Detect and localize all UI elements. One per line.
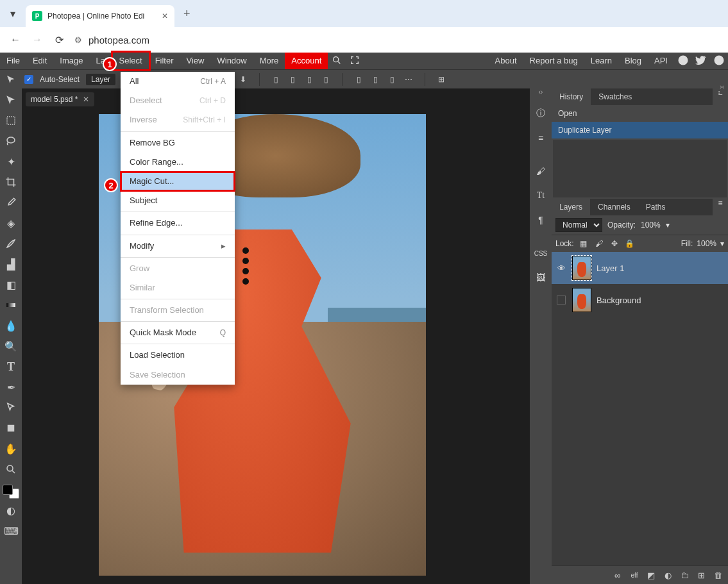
menu-filter[interactable]: Filter	[149, 53, 180, 69]
pen-tool[interactable]: ✒	[2, 378, 20, 396]
path-select-tool[interactable]	[2, 399, 20, 417]
menu-window[interactable]: Window	[210, 53, 253, 69]
history-item-duplicate[interactable]: Duplicate Layer	[552, 122, 728, 138]
expand-icon[interactable]: ›‹	[720, 79, 724, 94]
keyboard-icon[interactable]: ⌨	[2, 522, 20, 540]
dodge-tool[interactable]: 🔍	[2, 337, 20, 355]
character-icon[interactable]: Tt	[532, 185, 550, 206]
menu-item-color-range[interactable]: Color Range...	[121, 153, 235, 172]
tab-swatches[interactable]: Swatches	[591, 88, 639, 105]
menu-item-remove-bg[interactable]: Remove BG	[121, 133, 235, 153]
folder-icon[interactable]: 🗀	[678, 569, 691, 581]
healing-tool[interactable]: ◈	[2, 214, 20, 232]
history-item-open[interactable]: Open	[552, 105, 728, 122]
layer-row[interactable]: Background	[552, 284, 728, 316]
expand-icon[interactable]: ‹›	[539, 88, 543, 100]
opacity-slider-icon[interactable]: ▾	[666, 221, 670, 229]
distribute-space-icon[interactable]: ▯	[385, 72, 399, 87]
menu-image[interactable]: Image	[53, 53, 89, 69]
adjust-icon[interactable]: ≡	[532, 127, 550, 149]
gradient-tool[interactable]	[2, 296, 20, 314]
reddit-icon[interactable]	[674, 54, 692, 68]
visibility-icon[interactable]	[557, 296, 566, 305]
download-icon[interactable]: ⬇	[236, 72, 250, 87]
tab-history[interactable]: History	[552, 88, 591, 105]
menu-item-subject[interactable]: Subject	[121, 191, 235, 210]
color-swatch[interactable]	[3, 485, 19, 499]
distribute-v-icon[interactable]: ▯	[368, 72, 382, 87]
info-icon[interactable]: ⓘ	[532, 103, 550, 124]
more-align-icon[interactable]: ⋯	[402, 72, 416, 87]
new-layer-icon[interactable]: ⊞	[695, 569, 707, 581]
css-icon[interactable]: CSS	[532, 242, 550, 264]
link-api[interactable]: API	[648, 53, 674, 69]
menu-more[interactable]: More	[253, 53, 285, 69]
quick-mask-icon[interactable]: ◐	[2, 501, 20, 519]
close-icon[interactable]: ✕	[83, 95, 89, 104]
fullscreen-icon[interactable]	[346, 55, 364, 67]
fill-value[interactable]: 100%	[697, 239, 716, 248]
paragraph-icon[interactable]: ¶	[532, 209, 550, 231]
lasso-tool[interactable]	[2, 132, 20, 150]
menu-edit[interactable]: Edit	[26, 53, 53, 69]
marquee-tool[interactable]	[2, 112, 20, 129]
layer-name[interactable]: Layer 1	[597, 263, 624, 273]
zoom-tool[interactable]	[2, 460, 20, 478]
lock-all-icon[interactable]: 🔒	[624, 238, 636, 249]
fx-icon[interactable]: eff	[628, 569, 641, 581]
hand-tool[interactable]: ✋	[2, 440, 20, 458]
link-icon[interactable]: ∞	[611, 569, 624, 581]
lock-position-icon[interactable]: ✥	[609, 238, 620, 249]
new-tab-button[interactable]: +	[183, 7, 190, 21]
tab-layers[interactable]: Layers	[552, 199, 590, 215]
eyedropper-tool[interactable]	[2, 194, 20, 212]
back-icon[interactable]: ←	[9, 34, 22, 46]
auto-select-checkbox[interactable]: ✓	[24, 75, 33, 84]
wand-tool[interactable]: ✦	[2, 153, 20, 171]
move-tool[interactable]	[2, 91, 20, 109]
type-tool[interactable]: T	[2, 358, 20, 376]
visibility-icon[interactable]: 👁	[555, 263, 567, 273]
menu-view[interactable]: View	[180, 53, 211, 69]
tab-paths[interactable]: Paths	[638, 199, 673, 215]
menu-item-magic-cut[interactable]: Magic Cut...	[121, 172, 235, 191]
brush-tool[interactable]	[2, 235, 20, 253]
menu-item-load-selection[interactable]: Load Selection	[121, 346, 235, 365]
align-center-h-icon[interactable]: ▯	[285, 72, 300, 87]
link-about[interactable]: About	[489, 53, 523, 69]
fill-slider-icon[interactable]: ▾	[720, 239, 724, 248]
menu-item-refine-edge[interactable]: Refine Edge...	[121, 213, 235, 233]
tab-channels[interactable]: Channels	[590, 199, 638, 215]
layer-name[interactable]: Background	[597, 296, 641, 305]
align-left-icon[interactable]: ▯	[269, 72, 283, 87]
layer-thumbnail[interactable]	[572, 288, 591, 312]
opacity-value[interactable]: 100%	[641, 221, 661, 229]
search-icon[interactable]	[328, 55, 346, 67]
site-settings-icon[interactable]: ⚙	[74, 35, 82, 45]
brush-panel-icon[interactable]: 🖌	[532, 160, 550, 182]
url-field[interactable]: ⚙ photopea.com	[74, 35, 719, 46]
layer-row[interactable]: 👁 Layer 1	[552, 252, 728, 284]
facebook-icon[interactable]	[710, 54, 728, 68]
menu-item-all[interactable]: AllCtrl + A	[121, 72, 235, 91]
panel-menu-icon[interactable]: ≡	[713, 199, 728, 215]
link-blog[interactable]: Blog	[618, 53, 648, 69]
blur-tool[interactable]: 💧	[2, 317, 20, 335]
trash-icon[interactable]: 🗑	[711, 569, 724, 581]
menu-file[interactable]: File	[0, 53, 26, 69]
link-report[interactable]: Report a bug	[523, 53, 584, 69]
pixel-grid-icon[interactable]: ⊞	[434, 72, 448, 87]
layer-thumbnail[interactable]	[572, 256, 591, 280]
close-icon[interactable]: ✕	[162, 12, 168, 21]
menu-select[interactable]: Select	[113, 53, 149, 69]
crop-tool[interactable]	[2, 173, 20, 191]
menu-account[interactable]: Account	[285, 53, 328, 69]
menu-item-modify[interactable]: Modify▸	[121, 237, 235, 256]
tab-dropdown-icon[interactable]: ▾	[5, 6, 21, 21]
lock-pixels-icon[interactable]: ▦	[578, 238, 589, 249]
document-tab[interactable]: model 5.psd * ✕	[26, 92, 94, 106]
lock-brush-icon[interactable]: 🖌	[593, 238, 605, 249]
twitter-icon[interactable]	[692, 54, 710, 68]
align-right-icon[interactable]: ▯	[302, 72, 316, 87]
layer-select-dropdown[interactable]: Layer	[86, 74, 115, 85]
